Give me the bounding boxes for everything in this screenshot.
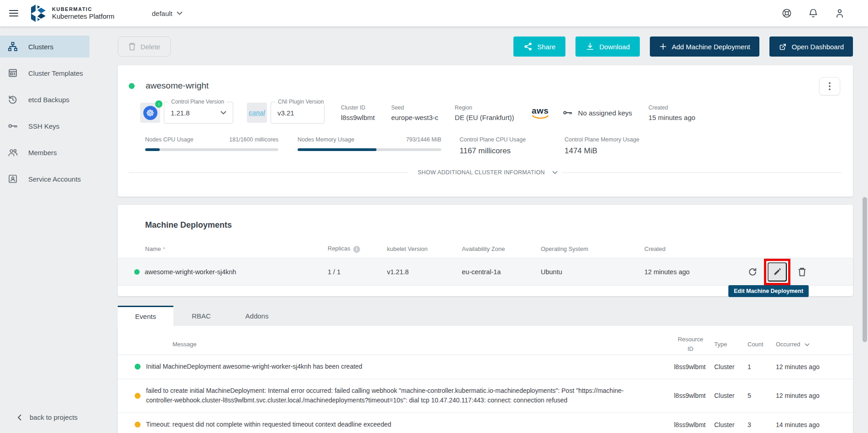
event-message: Timeout: request did not complete within… — [146, 420, 391, 430]
machine-deployments-title: Machine Deployments — [118, 205, 853, 230]
tab-addons[interactable]: Addons — [229, 306, 285, 326]
project-selector[interactable]: default — [152, 10, 183, 17]
sidebar-item-service-accounts[interactable]: Service Accounts — [0, 168, 89, 190]
cluster-name: awesome-wright — [146, 81, 209, 91]
open-dashboard-button[interactable]: Open Dashboard — [769, 37, 853, 57]
event-resource-id: l8ss9wlbmt — [668, 421, 713, 428]
events-header-row: Message ResourceID Type Count Occurred — [118, 326, 853, 355]
nodes-memory-usage-value: 793/1446 MiB — [406, 136, 441, 143]
md-col-kubelet: kubelet Version — [387, 245, 462, 252]
event-type: Cluster — [713, 421, 747, 428]
show-additional-cluster-information-toggle[interactable]: SHOW ADDITIONAL CLUSTER INFORMATION — [129, 169, 842, 176]
cp-memory-usage-value: 1474 MiB — [565, 146, 669, 156]
top-navbar: KUBERMATIC Kubernetes Platform default — [0, 0, 868, 26]
canal-logo-text: canal — [249, 109, 265, 116]
show-more-label: SHOW ADDITIONAL CLUSTER INFORMATION — [413, 169, 549, 176]
delete-button[interactable]: Delete — [118, 37, 171, 57]
clusters-icon — [7, 41, 18, 52]
sidebar-item-ssh-keys[interactable]: SSH Keys — [0, 115, 89, 137]
chevron-down-icon — [220, 111, 226, 115]
share-button[interactable]: Share — [513, 37, 565, 57]
kubermatic-logo[interactable]: KUBERMATIC Kubernetes Platform — [30, 5, 115, 22]
download-icon — [586, 42, 595, 51]
cluster-id-column: Cluster ID l8ss9wlbmt — [341, 104, 375, 121]
control-plane-version-select[interactable]: Control Plane Version 1.21.8 — [164, 102, 233, 124]
cluster-id-value: l8ss9wlbmt — [341, 114, 375, 121]
notifications-icon[interactable] — [808, 8, 819, 19]
cluster-templates-icon — [7, 68, 18, 78]
event-row[interactable]: failed to create initial MachineDeployme… — [118, 379, 853, 413]
sidebar: Clusters Cluster Templates etcd Backups … — [0, 26, 114, 433]
ssh-keys-info: No assigned keys — [563, 109, 632, 117]
machine-deployments-card: Machine Deployments Name^ Replicasi kube… — [118, 205, 853, 296]
events-card: Message ResourceID Type Count Occurred I… — [118, 326, 853, 433]
info-icon[interactable]: i — [353, 246, 360, 253]
event-status-dot — [135, 393, 141, 399]
upgrade-available-badge: ↑ — [155, 100, 162, 108]
cluster-menu-button[interactable] — [819, 77, 840, 95]
cluster-id-label: Cluster ID — [341, 104, 375, 111]
back-to-projects-label: back to projects — [30, 413, 78, 421]
sidebar-item-cluster-templates[interactable]: Cluster Templates — [0, 62, 89, 84]
sidebar-item-label: Cluster Templates — [28, 69, 83, 77]
restart-machine-deployment-button[interactable] — [745, 264, 760, 280]
event-status-dot — [135, 364, 141, 370]
sidebar-item-etcd-backups[interactable]: etcd Backups — [0, 89, 89, 110]
add-machine-deployment-label: Add Machine Deployment — [672, 43, 750, 51]
event-occurred: 12 minutes ago — [775, 363, 853, 370]
event-message: failed to create initial MachineDeployme… — [146, 386, 649, 406]
share-icon — [523, 42, 533, 51]
created-label: Created — [648, 104, 695, 111]
md-replicas: 1 / 1 — [328, 268, 387, 276]
sidebar-item-label: Clusters — [28, 43, 53, 51]
nodes-memory-usage: Nodes Memory Usage 793/1446 MiB — [298, 136, 441, 156]
events-col-occurred[interactable]: Occurred — [775, 341, 853, 348]
machine-deployment-row[interactable]: awesome-wright-worker-sj4knh 1 / 1 v1.21… — [118, 258, 853, 286]
aws-provider-logo: aws — [532, 106, 549, 120]
sidebar-item-label: SSH Keys — [28, 122, 59, 130]
cluster-status-dot — [129, 83, 135, 89]
event-status-dot — [135, 422, 141, 428]
md-col-created: Created — [644, 245, 743, 252]
help-icon[interactable] — [781, 8, 792, 19]
edit-machine-deployment-button[interactable] — [768, 262, 787, 282]
key-icon — [563, 110, 573, 116]
events-col-type: Type — [713, 341, 747, 348]
delete-machine-deployment-button[interactable] — [794, 264, 810, 280]
md-status-dot — [134, 269, 140, 275]
ssh-keys-text: No assigned keys — [578, 109, 632, 117]
sidebar-item-members[interactable]: Members — [0, 141, 89, 163]
sort-asc-icon: ^ — [163, 246, 165, 252]
event-row[interactable]: Timeout: request did not complete within… — [118, 413, 853, 433]
tab-events[interactable]: Events — [118, 306, 173, 326]
event-row[interactable]: Initial MachineDeployment awesome-wright… — [118, 355, 853, 379]
kubermatic-logo-icon — [30, 5, 47, 22]
event-occurred: 14 minutes ago — [775, 421, 853, 428]
brand-subtitle: Kubernetes Platform — [52, 12, 115, 20]
user-icon[interactable] — [834, 8, 845, 19]
cp-cpu-usage-label: Control Plane CPU Usage — [460, 136, 526, 143]
created-value: 15 minutes ago — [648, 114, 695, 121]
download-button[interactable]: Download — [575, 37, 640, 57]
aws-logo-text: aws — [532, 106, 549, 115]
cluster-tabs: Events RBAC Addons — [118, 306, 853, 326]
add-machine-deployment-button[interactable]: Add Machine Deployment — [650, 37, 759, 57]
menu-icon[interactable] — [7, 7, 20, 20]
events-col-count: Count — [747, 341, 775, 348]
chevron-left-icon — [17, 414, 21, 421]
vertical-scrollbar[interactable] — [863, 197, 867, 342]
aws-smile-icon — [532, 115, 549, 120]
project-selector-value: default — [152, 10, 173, 17]
cni-logo: canal — [247, 103, 267, 123]
cni-plugin-version-value: v3.21 — [277, 109, 294, 117]
sidebar-item-clusters[interactable]: Clusters — [0, 36, 89, 57]
back-to-projects-link[interactable]: back to projects — [17, 413, 78, 421]
control-plane-cpu-usage: Control Plane CPU Usage 1167 millicores — [460, 136, 546, 156]
md-col-replicas: Replicasi — [328, 245, 387, 252]
trash-icon — [128, 42, 136, 51]
md-col-os: Operating System — [541, 245, 644, 252]
cni-plugin-version-label: CNI Plugin Version — [276, 99, 326, 105]
md-col-name[interactable]: Name^ — [118, 245, 328, 252]
tab-rbac[interactable]: RBAC — [173, 306, 229, 326]
nodes-cpu-usage: Nodes CPU Usage 181/1600 millicores — [145, 136, 278, 156]
